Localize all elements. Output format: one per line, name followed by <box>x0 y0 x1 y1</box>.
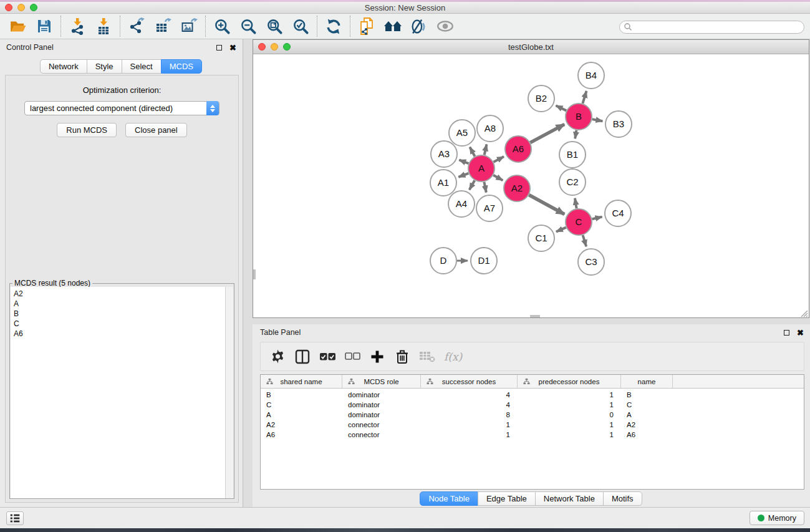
column-header-name[interactable]: name <box>621 375 673 388</box>
gear-icon[interactable] <box>267 346 288 368</box>
float-panel-icon[interactable] <box>216 45 222 51</box>
tab-edge-table[interactable]: Edge Table <box>478 491 536 506</box>
compare-networks-icon[interactable] <box>354 14 380 38</box>
graph-node-A4[interactable]: A4 <box>448 191 475 217</box>
graph-node-A7[interactable]: A7 <box>476 195 503 221</box>
graph-edge-A-A8[interactable] <box>485 144 487 155</box>
zoom-selected-icon[interactable] <box>287 14 314 38</box>
close-panel-icon[interactable]: ✖ <box>229 44 236 52</box>
graph-edge-B-B3[interactable] <box>592 119 603 121</box>
network-zoom-button[interactable] <box>283 43 291 51</box>
search-input[interactable] <box>619 21 804 34</box>
table-row[interactable]: A6connector11A6 <box>261 431 804 441</box>
add-icon[interactable] <box>367 346 388 368</box>
network-close-button[interactable] <box>258 43 266 51</box>
tab-mcds[interactable]: MCDS <box>161 59 202 74</box>
graph-node-B2[interactable]: B2 <box>528 85 554 112</box>
table-row[interactable]: Adominator80A <box>261 411 804 421</box>
graph-node-B4[interactable]: B4 <box>578 62 604 89</box>
table-row[interactable]: Cdominator41C <box>261 401 804 411</box>
run-mcds-button[interactable]: Run MCDS <box>57 123 117 137</box>
canvas-vertical-scroll-thumb[interactable] <box>253 269 256 279</box>
export-table-icon[interactable] <box>150 14 176 38</box>
eye-icon[interactable] <box>432 14 458 38</box>
canvas-horizontal-scroll-thumb[interactable] <box>530 315 540 317</box>
graph-node-B[interactable]: B <box>566 104 592 130</box>
unselect-all-icon[interactable] <box>342 346 363 368</box>
zoom-out-icon[interactable] <box>235 14 261 38</box>
home-icon[interactable] <box>380 14 406 38</box>
column-header-shared-name[interactable]: shared name <box>261 375 342 388</box>
zoom-fit-icon[interactable] <box>261 14 287 38</box>
refresh-icon[interactable] <box>321 14 347 38</box>
minimize-window-button[interactable] <box>17 4 25 11</box>
graph-edge-A-A6[interactable] <box>494 157 504 162</box>
select-all-icon[interactable] <box>317 346 338 368</box>
graph-node-B1[interactable]: B1 <box>559 142 586 168</box>
table-row[interactable]: A2connector11A2 <box>261 421 804 431</box>
zoom-window-button[interactable] <box>30 4 37 11</box>
graph-edge-A2-C[interactable] <box>529 195 564 215</box>
memory-button[interactable]: Memory <box>750 511 804 525</box>
graph-node-A[interactable]: A <box>468 155 494 181</box>
graph-node-C4[interactable]: C4 <box>605 200 631 226</box>
graph-edge-A-A4[interactable] <box>470 180 475 190</box>
graph-edge-A-A7[interactable] <box>484 182 486 193</box>
graph-node-A5[interactable]: A5 <box>449 120 475 146</box>
graph-edge-A-A5[interactable] <box>470 147 475 157</box>
task-history-button[interactable] <box>6 511 24 525</box>
import-network-icon[interactable] <box>64 14 90 38</box>
graph-node-C[interactable]: C <box>566 209 592 235</box>
mcds-result-item[interactable]: C <box>14 319 226 329</box>
network-window-titlebar[interactable]: testGlobe.txt <box>253 40 809 54</box>
graph-edge-C-C2[interactable] <box>575 198 577 209</box>
table-row[interactable]: Bdominator41B <box>261 391 804 401</box>
graph-node-A3[interactable]: A3 <box>431 141 457 167</box>
mcds-result-list[interactable]: A2ABCA6 <box>11 287 226 498</box>
network-canvas[interactable]: B4 B2 B B3 A5 A8 A6 A3 B1 A A1 C2 A2 A4 … <box>253 54 809 317</box>
save-session-icon[interactable] <box>31 14 57 38</box>
close-panel-button[interactable]: Close panel <box>125 123 187 137</box>
mcds-result-item[interactable]: A <box>14 299 226 309</box>
close-window-button[interactable] <box>5 4 12 11</box>
graph-edge-A-A2[interactable] <box>493 175 503 181</box>
graph-node-D[interactable]: D <box>430 248 456 274</box>
export-image-icon[interactable] <box>176 14 202 38</box>
graph-node-C2[interactable]: C2 <box>559 169 586 195</box>
column-header-predecessor-nodes[interactable]: predecessor nodes <box>518 375 621 388</box>
graph-node-B3[interactable]: B3 <box>605 111 632 137</box>
graph-node-D1[interactable]: D1 <box>471 248 497 274</box>
graph-edge-A-A1[interactable] <box>458 173 468 177</box>
export-network-icon[interactable] <box>123 14 150 38</box>
graph-edge-C-C4[interactable] <box>592 217 602 220</box>
graph-node-C1[interactable]: C1 <box>528 225 554 251</box>
open-file-icon[interactable] <box>5 14 31 38</box>
graph-node-C3[interactable]: C3 <box>578 249 604 275</box>
table-float-icon[interactable] <box>784 330 789 336</box>
graph-node-A6[interactable]: A6 <box>505 136 531 162</box>
criterion-dropdown[interactable]: largest connected component (directed) <box>24 101 219 115</box>
graph-edge-C-C3[interactable] <box>583 235 587 246</box>
graph-edge-B-B4[interactable] <box>582 91 586 104</box>
graph-edge-B-B1[interactable] <box>575 130 576 139</box>
result-scrollbar[interactable] <box>225 287 233 498</box>
trash-icon[interactable] <box>392 346 413 368</box>
graph-edge-A-A3[interactable] <box>459 160 468 163</box>
graph-edge-A6-B[interactable] <box>530 124 564 142</box>
graph-node-A1[interactable]: A1 <box>430 170 456 196</box>
network-minimize-button[interactable] <box>271 43 278 51</box>
column-header-successor-nodes[interactable]: successor nodes <box>421 375 518 388</box>
tab-network-table[interactable]: Network Table <box>535 491 604 506</box>
split-panel-icon[interactable] <box>292 346 313 368</box>
zoom-in-icon[interactable] <box>209 14 235 38</box>
tab-style[interactable]: Style <box>87 59 122 74</box>
column-header-MCDS-role[interactable]: MCDS role <box>342 375 421 388</box>
graph-node-A2[interactable]: A2 <box>504 175 530 201</box>
tab-motifs[interactable]: Motifs <box>603 491 642 506</box>
table-close-icon[interactable]: ✖ <box>797 329 804 337</box>
tab-network[interactable]: Network <box>40 59 87 74</box>
graph-edge-B-B2[interactable] <box>556 105 566 110</box>
graph-node-A8[interactable]: A8 <box>477 115 503 142</box>
tab-node-table[interactable]: Node Table <box>420 491 478 506</box>
graph-edge-C-C1[interactable] <box>556 228 566 232</box>
